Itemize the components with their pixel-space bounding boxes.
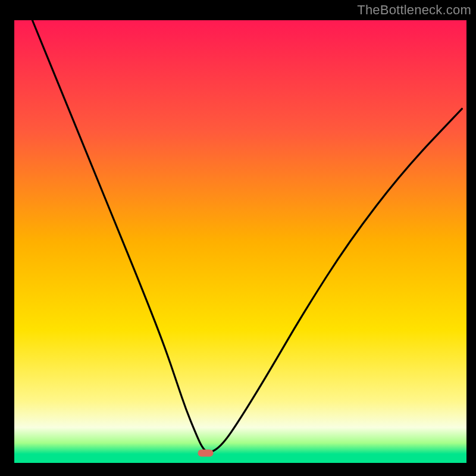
optimal-marker [198, 450, 214, 457]
chart-container: TheBottleneck.com [0, 0, 476, 476]
attribution-label: TheBottleneck.com [357, 2, 471, 18]
bottleneck-chart [0, 0, 476, 476]
plot-area [14, 20, 466, 463]
